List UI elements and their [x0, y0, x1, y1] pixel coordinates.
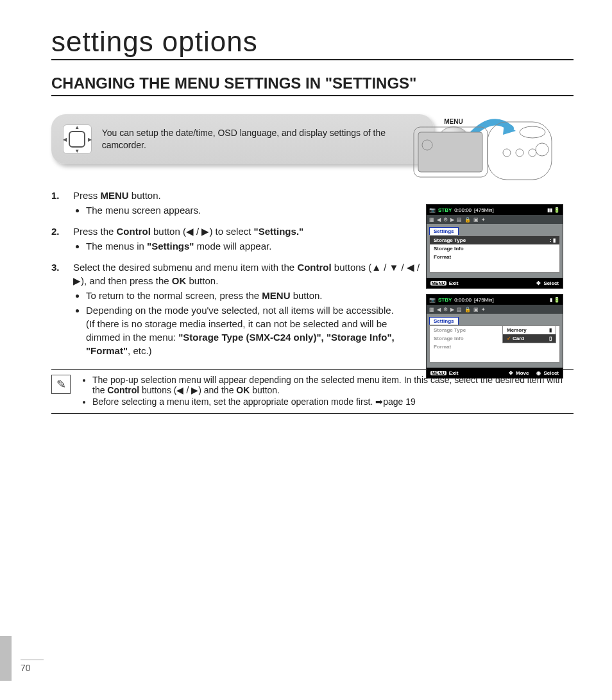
text: button.	[290, 290, 322, 301]
menu-row-dimmed: Format	[430, 343, 559, 351]
bold: OK	[172, 275, 187, 286]
svg-point-5	[503, 149, 511, 157]
steps-list: 1. Press MENU button. The menu screen ap…	[51, 189, 423, 360]
text: To return to the normal screen, press th…	[86, 290, 262, 301]
svg-rect-2	[418, 132, 482, 172]
select-label: Select	[543, 370, 559, 376]
exit-label: Exit	[449, 280, 459, 286]
text: Depending on the mode you've selected, n…	[86, 305, 394, 316]
camcorder-illustration	[411, 114, 558, 185]
menu-row: Format	[430, 253, 559, 261]
svg-point-8	[536, 143, 548, 156]
text: The menus in	[86, 241, 147, 252]
step-3: 3. Select the desired submenu and menu i…	[51, 260, 423, 360]
menu-row-selected: Storage Type: ▮	[430, 236, 559, 244]
stby-label: STBY	[438, 297, 452, 303]
menu-badge: MENU	[430, 371, 446, 375]
bold: MENU	[262, 290, 290, 301]
info-text: You can setup the date/time, OSD languag…	[102, 127, 422, 151]
page-title: settings options	[51, 26, 574, 60]
step-2: 2. Press the Control button (◀ / ▶) to s…	[51, 225, 423, 255]
popup-menu: Memory▮ ✓Card▯	[502, 325, 556, 343]
bold: "Settings."	[254, 226, 304, 237]
text: Press	[73, 190, 101, 201]
remain-label: [475Min]	[474, 297, 494, 303]
text: button.	[250, 385, 280, 395]
text: buttons (◀ / ▶) and the	[139, 385, 236, 395]
settings-tab: Settings	[429, 317, 459, 325]
bullet: The menus in "Settings" mode will appear…	[86, 239, 303, 253]
text: , etc.)	[128, 345, 152, 356]
section-heading: CHANGING THE MENU SETTINGS IN "SETTINGS"	[51, 74, 574, 96]
settings-tab: Settings	[429, 227, 459, 235]
bullet: Depending on the mode you've selected, n…	[86, 303, 423, 357]
control-pad-icon: ▲▼ ◀▶	[63, 124, 92, 154]
stby-label: STBY	[438, 207, 452, 213]
time-label: 0:00:00	[454, 297, 472, 303]
bold: OK	[236, 385, 250, 395]
move-label: Move	[516, 370, 529, 376]
svg-rect-4	[488, 122, 552, 180]
note-icon: ✎	[51, 375, 71, 394]
text: Press the	[73, 226, 117, 237]
bullet: To return to the normal screen, press th…	[86, 289, 423, 302]
page-edge-tab	[0, 636, 12, 681]
remain-label: [475Min]	[474, 207, 494, 213]
exit-label: Exit	[449, 370, 459, 376]
lcd-screenshot-2: 📷STBY 0:00:00 [475Min] ▮ 🔋 ▦◀⚙▶▤🔒▣✦ Sett…	[426, 294, 563, 379]
popup-row: Memory▮	[503, 326, 556, 334]
bold: MENU	[101, 190, 129, 201]
page-number: 70	[21, 660, 44, 673]
bold: Control	[107, 385, 139, 395]
svg-point-7	[529, 149, 536, 157]
menu-row: Storage Info	[430, 244, 559, 253]
text: Select the desired submenu and menu item…	[73, 262, 297, 273]
text: button.	[129, 190, 161, 201]
popup-row-selected: ✓Card▯	[503, 334, 556, 343]
text: button (◀ / ▶) to select	[151, 226, 254, 237]
svg-point-6	[516, 149, 523, 157]
bold: Control	[117, 226, 151, 237]
step-1: 1. Press MENU button. The menu screen ap…	[51, 189, 423, 219]
info-capsule: ▲▼ ◀▶ You can setup the date/time, OSD l…	[51, 114, 434, 164]
bullet: The menu screen appears.	[86, 203, 201, 217]
note-item: Before selecting a menu item, set the ap…	[92, 397, 574, 407]
text: button.	[186, 275, 218, 286]
time-label: 0:00:00	[454, 207, 472, 213]
lcd-screenshot-1: 📷STBY 0:00:00 [475Min] ▮▮ 🔋 ▦◀⚙▶▤🔒▣✦ Set…	[426, 204, 563, 289]
select-label: Select	[543, 280, 559, 286]
svg-point-9	[520, 126, 545, 138]
bold: Control	[297, 262, 331, 273]
bold: "Settings"	[147, 241, 194, 252]
text: mode will appear.	[194, 241, 271, 252]
menu-badge: MENU	[430, 281, 446, 286]
